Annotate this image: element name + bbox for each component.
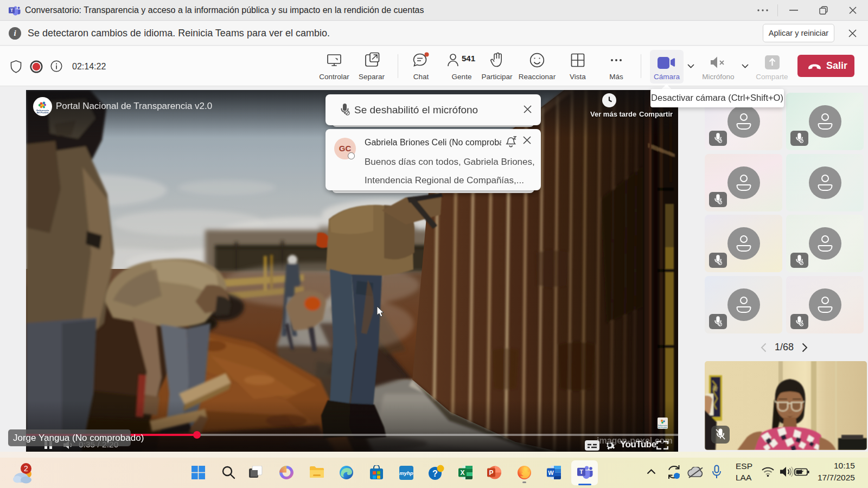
svg-text:del Pueblo: del Pueblo <box>658 427 667 429</box>
svg-text:myhp: myhp <box>399 470 413 476</box>
svg-text:W: W <box>548 470 554 476</box>
svg-text:2: 2 <box>24 464 28 473</box>
svg-text:T: T <box>579 468 583 475</box>
svg-text:P: P <box>489 469 493 477</box>
svg-text:?: ? <box>432 469 438 478</box>
svg-text:541: 541 <box>462 54 475 63</box>
svg-text:X: X <box>460 469 464 477</box>
svg-text:T: T <box>10 8 14 13</box>
svg-text:del Pueblo: del Pueblo <box>36 111 49 114</box>
